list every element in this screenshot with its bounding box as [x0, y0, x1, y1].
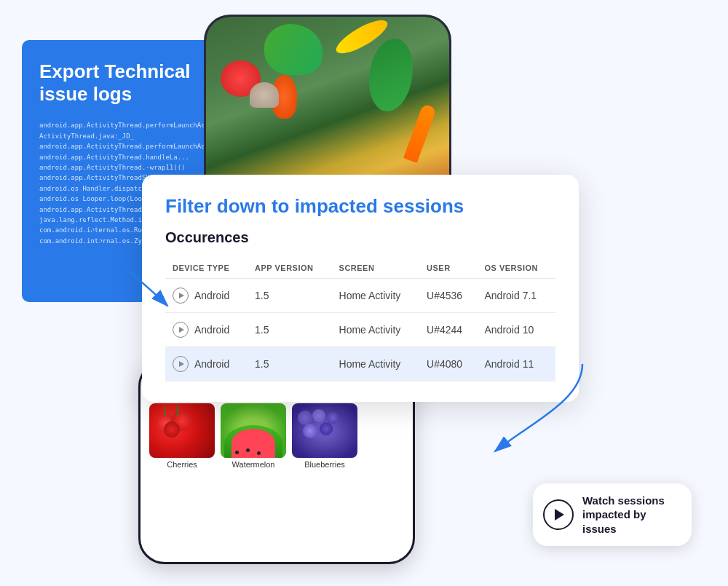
play-icon — [555, 509, 564, 520]
carrot — [403, 103, 437, 163]
cell-version-2: 1.5 — [248, 347, 332, 381]
green-veg-2 — [264, 24, 323, 75]
col-header-user: USER — [419, 258, 477, 279]
row-play-icon-2 — [179, 361, 184, 367]
col-header-os: OS VERSION — [477, 258, 555, 279]
cell-device-0: Android — [165, 279, 248, 313]
cherries-label: Cherries — [167, 460, 197, 469]
table-row[interactable]: Android 1.5 Home Activity U#4244 Android… — [165, 313, 555, 347]
watermelon-label: Watermelon — [232, 460, 275, 469]
filter-card: Filter down to impacted sessions Occuren… — [142, 175, 579, 402]
table-row[interactable]: Android 1.5 Home Activity U#4080 Android… — [165, 347, 555, 381]
filter-title: Filter down to impacted sessions — [165, 195, 555, 218]
watch-text: Watch sessions impacted by issues — [582, 494, 677, 536]
main-scene: Export Technical issue logs android.app.… — [0, 0, 728, 586]
blue-panel-title: Export Technical issue logs — [39, 60, 230, 106]
device-name-0: Android — [194, 290, 229, 301]
cell-screen-1: Home Activity — [332, 313, 420, 347]
grocery-grid: Cherries Watermelon — [141, 397, 413, 475]
play-button[interactable] — [543, 499, 574, 530]
grocery-blueberries: Blueberries — [292, 403, 357, 469]
col-header-screen: SCREEN — [332, 258, 420, 279]
row-play-btn-2[interactable] — [173, 356, 189, 372]
mushroom — [250, 82, 279, 108]
table-row[interactable]: Android 1.5 Home Activity U#4536 Android… — [165, 279, 555, 313]
col-header-version: APP VERSION — [248, 258, 332, 279]
cell-user-1: U#4244 — [419, 313, 477, 347]
row-play-icon-1 — [179, 327, 184, 333]
cell-version-1: 1.5 — [248, 313, 332, 347]
grocery-watermelon: Watermelon — [221, 403, 286, 469]
cell-screen-2: Home Activity — [332, 347, 420, 381]
row-play-icon-0 — [179, 293, 184, 298]
occurrences-table: DEVICE TYPE APP VERSION SCREEN USER OS V… — [165, 258, 555, 381]
cell-version-0: 1.5 — [248, 279, 332, 313]
cell-screen-0: Home Activity — [332, 279, 420, 313]
green-veg-1 — [369, 39, 413, 111]
row-play-btn-0[interactable] — [173, 288, 189, 304]
occurrences-label: Occurences — [165, 229, 555, 246]
cell-os-1: Android 10 — [477, 313, 555, 347]
watch-sessions-badge[interactable]: Watch sessions impacted by issues — [533, 483, 692, 547]
row-play-btn-1[interactable] — [173, 322, 189, 338]
grocery-cherries: Cherries — [149, 403, 215, 469]
cell-os-2: Android 11 — [477, 347, 555, 381]
cell-os-0: Android 7.1 — [477, 279, 555, 313]
blueberries-label: Blueberries — [304, 460, 345, 469]
cell-user-2: U#4080 — [419, 347, 477, 381]
device-name-2: Android — [194, 358, 229, 370]
device-name-1: Android — [194, 324, 229, 336]
cell-device-2: Android — [165, 347, 248, 381]
cell-user-0: U#4536 — [419, 279, 477, 313]
col-header-device: DEVICE TYPE — [165, 258, 248, 279]
cell-device-1: Android — [165, 313, 248, 347]
